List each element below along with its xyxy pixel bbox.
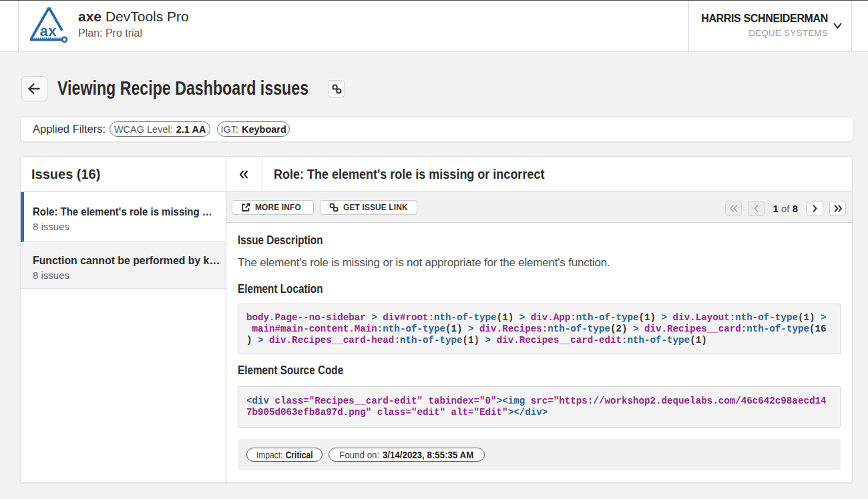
svg-text:ax: ax	[40, 23, 57, 39]
